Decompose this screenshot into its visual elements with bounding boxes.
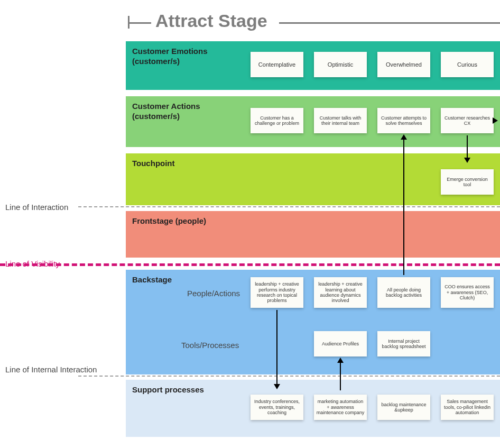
sticky-support: backlog maintenance &upkeep [377,395,430,420]
row-customer-emotions: Customer Emotions (customer/s) Contempla… [126,41,500,90]
sticky-emotion: Overwhelmed [377,52,430,77]
sticky-backstage-tool: Audience Profiles [314,331,367,356]
stage-bracket-icon [128,22,151,24]
sticky-backstage-people: COO ensures access + awareness (SEO, Clu… [441,277,494,308]
sublabel-tools-processes: Tools/Processes [181,341,239,350]
sticky-support: marketing automation + awareness mainten… [314,395,367,420]
arrow-icon [467,135,468,162]
stage-header: Attract Stage [126,8,500,35]
sticky-emotion: Contemplative [251,52,303,77]
sticky-emotion: Curious [441,52,494,77]
sticky-backstage-people: All people doing backlog activities [377,277,430,308]
arrow-icon [496,120,497,121]
line-of-interaction-label: Line of Interaction [5,203,68,213]
row-label-emotions: Customer Emotions (customer/s) [132,41,238,67]
sticky-backstage-tool: Internal project backlog spreadsheet [377,331,430,356]
sticky-support: Industry conferences, events, trainings,… [251,395,303,420]
sticky-action: Customer researches CX [441,108,494,133]
arrow-icon [403,135,404,275]
row-label-frontstage: Frontstage (people) [132,211,238,226]
row-label-actions: Customer Actions (customer/s) [132,96,238,122]
sublabel-people-actions: People/Actions [187,289,240,298]
row-touchpoint: Touchpoint Emerge conversion tool [126,153,500,205]
row-label-backstage: Backstage [132,270,238,285]
row-backstage: Backstage People/Actions Tools/Processes… [126,270,500,374]
sticky-action: Customer talks with their internal team [314,108,367,133]
arrow-icon [340,359,341,390]
sticky-touchpoint: Emerge conversion tool [441,169,494,195]
sticky-emotion: Optimistic [314,52,367,77]
sticky-support: Sales management tools, co-piliot linked… [441,395,494,420]
arrow-icon [276,310,277,388]
sticky-action: Customer attempts to solve themselves [377,108,430,133]
row-label-touchpoint: Touchpoint [132,153,238,169]
sticky-backstage-people: leadership + creative performs industry … [251,277,303,308]
diagram-main: Attract Stage Customer Emotions (custome… [126,0,500,448]
row-label-support: Support processes [132,380,238,395]
sticky-action: Customer has a challenge or problem [251,108,303,133]
line-of-internal-interaction-label: Line of Internal Interaction [5,365,97,375]
row-support-processes: Support processes Industry conferences, … [126,380,500,437]
row-frontstage: Frontstage (people) [126,211,500,258]
stage-header-rule [279,22,500,24]
stage-title: Attract Stage [155,11,267,31]
sticky-backstage-people: leadership + creative learning about aud… [314,277,367,308]
row-customer-actions: Customer Actions (customer/s) Customer h… [126,96,500,147]
